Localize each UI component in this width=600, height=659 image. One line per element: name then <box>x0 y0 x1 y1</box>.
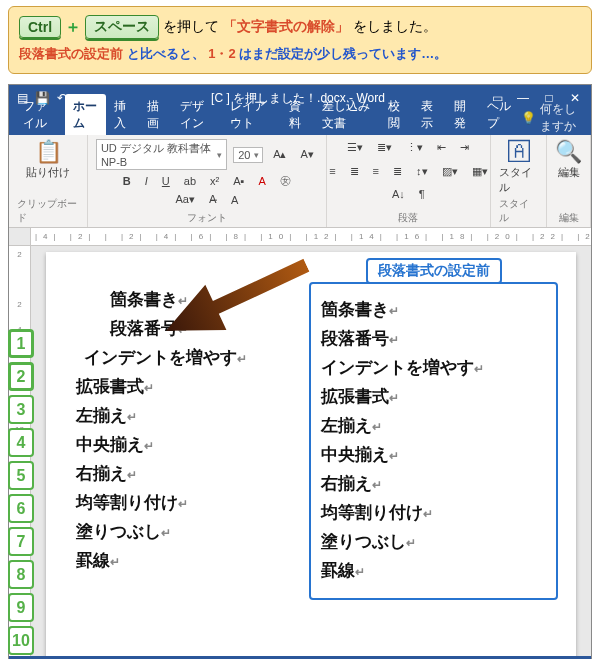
strike-button[interactable]: ab <box>180 173 200 189</box>
line-number-badge: 4 <box>8 428 34 457</box>
bullets-button[interactable]: ☰▾ <box>343 139 367 156</box>
align-right-button[interactable]: ≡ <box>369 163 383 179</box>
document-line[interactable]: 右揃え↵ <box>76 462 301 485</box>
paragraph-mark-icon: ↵ <box>389 333 399 347</box>
document-line[interactable]: 罫線↵ <box>321 559 546 582</box>
tab-レイアウト[interactable]: レイアウト <box>222 94 280 135</box>
shading-button[interactable]: ▨▾ <box>438 163 462 180</box>
paste-label[interactable]: 貼り付け <box>26 165 70 180</box>
document-line[interactable]: 左揃え↵ <box>321 414 546 437</box>
note-line1-a: を押して <box>163 18 219 36</box>
clear-format-button[interactable]: A̶ <box>205 191 221 208</box>
char-border-button[interactable]: A <box>227 192 242 208</box>
paragraph-mark-icon: ↵ <box>127 468 137 482</box>
shrink-font-icon[interactable]: A▾ <box>296 146 317 163</box>
note-line2-a: 段落書式の設定前 <box>19 46 123 61</box>
decrease-indent-button[interactable]: ⇤ <box>433 139 450 156</box>
tab-校閲[interactable]: 校閲 <box>380 94 413 135</box>
ribbon-group-font: UD デジタル 教科書体 NP-B▾ 20▾ A▴ A▾ B I U ab x²… <box>88 135 327 227</box>
key-ctrl: Ctrl <box>19 16 61 38</box>
line-spacing-button[interactable]: ↕▾ <box>412 163 432 180</box>
paragraph-mark-icon: ↵ <box>144 439 154 453</box>
document-line[interactable]: 拡張書式↵ <box>321 385 546 408</box>
highlight-button[interactable]: A▪ <box>229 173 248 189</box>
line-number-badge: 2 <box>8 362 34 391</box>
font-size-select[interactable]: 20▾ <box>233 147 263 163</box>
plus-icon: ＋ <box>65 17 81 38</box>
chevron-down-icon: ▾ <box>217 149 222 160</box>
tell-me-label: 何をしますか <box>540 101 585 135</box>
styles-label[interactable]: スタイル <box>499 165 538 195</box>
edit-label[interactable]: 編集 <box>558 165 580 180</box>
align-left-button[interactable]: ≡ <box>325 163 339 179</box>
paragraph-mark-icon: ↵ <box>389 391 399 405</box>
note-line2-b: と比べると、 <box>127 46 205 61</box>
document-line[interactable]: 塗りつぶし↵ <box>76 520 301 543</box>
instruction-callout: Ctrl ＋ スペース を押して 「文字書式の解除」 をしました。 段落書式の設… <box>8 6 592 74</box>
line-number-badge: 1 <box>8 329 34 358</box>
ribbon: 📋 貼り付け クリップボード UD デジタル 教科書体 NP-B▾ 20▾ A▴… <box>9 135 591 228</box>
line-number-badge: 10 <box>8 626 34 655</box>
horizontal-ruler[interactable]: |4| |2| | |2| |4| |6| |8| |10| |12| |14|… <box>31 228 591 246</box>
document-line[interactable]: 塗りつぶし↵ <box>321 530 546 553</box>
enclose-char-button[interactable]: ㊛ <box>276 171 295 190</box>
paragraph-mark-icon: ↵ <box>178 497 188 511</box>
document-line[interactable]: 段落番号↵ <box>321 327 546 350</box>
paste-icon[interactable]: 📋 <box>35 139 62 165</box>
key-space: スペース <box>85 15 159 39</box>
document-line[interactable]: 箇条書き↵ <box>321 298 546 321</box>
increase-indent-button[interactable]: ⇥ <box>456 139 473 156</box>
document-line[interactable]: 拡張書式↵ <box>76 375 301 398</box>
bold-button[interactable]: B <box>119 173 135 189</box>
justify-button[interactable]: ≣ <box>389 163 406 180</box>
italic-button[interactable]: I <box>141 173 152 189</box>
paragraph-mark-icon: ↵ <box>161 526 171 540</box>
document-line[interactable]: 均等割り付け↵ <box>76 491 301 514</box>
underline-button[interactable]: U <box>158 173 174 189</box>
text-effect-button[interactable]: x² <box>206 173 223 189</box>
document-line[interactable]: 左揃え↵ <box>76 404 301 427</box>
grow-font-icon[interactable]: A▴ <box>269 146 290 163</box>
phonetic-guide-button[interactable]: Aa▾ <box>171 191 198 208</box>
font-color-button[interactable]: A <box>254 173 269 189</box>
tab-開発[interactable]: 開発 <box>446 94 479 135</box>
ribbon-group-styles: 🄰 スタイル スタイル <box>491 135 547 227</box>
paragraph-mark-icon: ↵ <box>372 478 382 492</box>
document-line[interactable]: 罫線↵ <box>76 549 301 572</box>
tab-ホーム[interactable]: ホーム <box>65 94 106 135</box>
tab-描画[interactable]: 描画 <box>139 94 172 135</box>
comparison-badge: 段落書式の設定前 <box>366 258 502 284</box>
paragraph-mark-icon: ↵ <box>237 352 247 366</box>
tab-ファイル[interactable]: ファイル <box>15 94 65 135</box>
document-line[interactable]: 右揃え↵ <box>321 472 546 495</box>
paragraph-mark-icon: ↵ <box>389 304 399 318</box>
tab-差し込み文書[interactable]: 差し込み文書 <box>314 94 381 135</box>
document-page[interactable]: 箇条書き↵段落番号↵インデントを増やす↵拡張書式↵左揃え↵中央揃え↵右揃え↵均等… <box>46 252 576 656</box>
edit-group-label: 編集 <box>559 211 579 225</box>
ribbon-group-clipboard: 📋 貼り付け クリップボード <box>9 135 88 227</box>
paragraph-mark-icon: ↵ <box>389 449 399 463</box>
sort-button[interactable]: A↓ <box>388 186 409 202</box>
tab-資料[interactable]: 資料 <box>281 94 314 135</box>
line-number-badges: 12345678910 <box>8 329 34 655</box>
tab-挿入[interactable]: 挿入 <box>106 94 139 135</box>
document-line[interactable]: 中央揃え↵ <box>321 443 546 466</box>
tab-表示[interactable]: 表示 <box>413 94 446 135</box>
document-line[interactable]: 中央揃え↵ <box>76 433 301 456</box>
font-family-select[interactable]: UD デジタル 教科書体 NP-B▾ <box>96 139 227 170</box>
multilevel-button[interactable]: ⋮▾ <box>402 139 427 156</box>
numbering-button[interactable]: ≣▾ <box>373 139 396 156</box>
paragraph-group-label: 段落 <box>398 211 418 225</box>
tab-ヘルプ[interactable]: ヘルプ <box>479 94 520 135</box>
borders-button[interactable]: ▦▾ <box>468 163 492 180</box>
tab-デザイン[interactable]: デザイン <box>172 94 222 135</box>
align-center-button[interactable]: ≣ <box>346 163 363 180</box>
line-number-badge: 3 <box>8 395 34 424</box>
styles-icon[interactable]: 🄰 <box>508 139 530 165</box>
find-icon[interactable]: 🔍 <box>555 139 582 165</box>
show-marks-button[interactable]: ¶ <box>415 186 429 202</box>
tell-me[interactable]: 💡 何をしますか <box>521 101 585 135</box>
document-viewport[interactable]: 箇条書き↵段落番号↵インデントを増やす↵拡張書式↵左揃え↵中央揃え↵右揃え↵均等… <box>31 246 591 656</box>
document-line[interactable]: 均等割り付け↵ <box>321 501 546 524</box>
document-line[interactable]: インデントを増やす↵ <box>321 356 546 379</box>
